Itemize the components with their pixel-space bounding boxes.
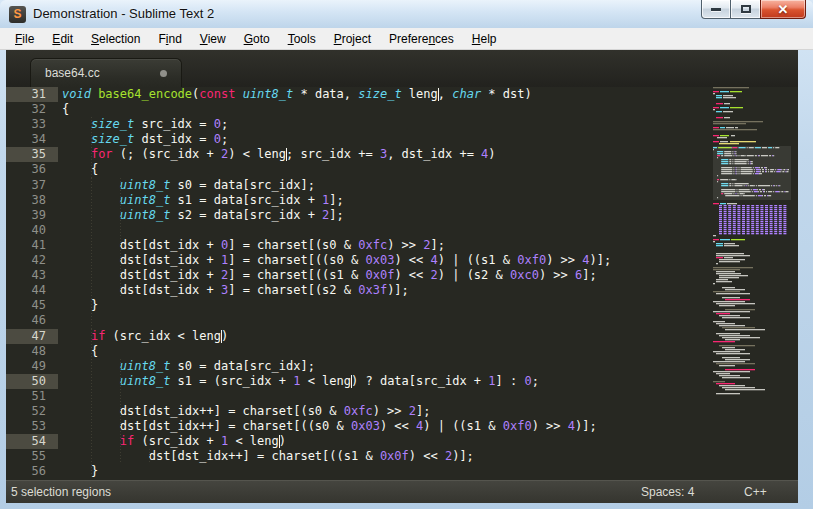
line-number: 51	[6, 389, 58, 404]
editor-window: base64.cc 31void base64_encode(const uin…	[6, 50, 798, 480]
code-line-33: 33 size_t src_idx = 0;	[6, 117, 798, 132]
indent-guide	[120, 223, 121, 238]
code-line-39: 39 uint8_t s2 = data[src_idx + 2];	[6, 208, 798, 223]
code-line-48: 48 {	[6, 344, 798, 359]
indent-guide	[91, 359, 92, 374]
tab-base64[interactable]: base64.cc	[30, 58, 182, 87]
code-text[interactable]: uint8_t s1 = (src_idx + 1 < leng) ? data…	[58, 374, 798, 389]
code-text[interactable]: {	[58, 344, 798, 359]
indent-guide	[149, 449, 150, 464]
line-number: 40	[6, 223, 58, 238]
line-number: 48	[6, 344, 58, 359]
menu-item-find[interactable]: Find	[149, 29, 190, 49]
line-number: 33	[6, 117, 58, 132]
menu-item-view[interactable]: View	[191, 29, 235, 49]
code-line-47: 47 if (src_idx < leng)	[6, 329, 798, 344]
status-message: 5 selection regions	[11, 485, 111, 499]
minimize-button[interactable]	[701, 0, 731, 19]
code-text[interactable]: uint8_t s2 = data[src_idx + 2];	[58, 208, 798, 223]
indent-guide	[120, 193, 121, 208]
indent-guide	[91, 283, 92, 298]
code-text[interactable]: size_t dst_idx = 0;	[58, 132, 798, 147]
maximize-button[interactable]	[731, 0, 760, 19]
code-text[interactable]: if (src_idx + 1 < leng)	[58, 434, 798, 449]
code-line-42: 42 dst[dst_idx + 1] = charset[((s0 & 0x0…	[6, 253, 798, 268]
line-number: 50	[6, 374, 58, 389]
code-text[interactable]	[58, 389, 798, 404]
line-number: 43	[6, 268, 58, 283]
code-text[interactable]: dst[dst_idx + 3] = charset[(s2 & 0x3f)];	[58, 283, 798, 298]
title-bar[interactable]: S Demonstration - Sublime Text 2 ✕	[0, 0, 813, 28]
indent-guide	[91, 313, 92, 328]
menu-item-preferences[interactable]: Preferences	[380, 29, 463, 49]
indent-guide	[91, 298, 92, 313]
indentation-setting[interactable]: Spaces: 4	[641, 485, 694, 499]
indent-guide	[91, 193, 92, 208]
menu-item-help[interactable]: Help	[463, 29, 506, 49]
code-text[interactable]: dst[dst_idx++] = charset[((s1 & 0x0f) <<…	[58, 449, 798, 464]
tab-bar: base64.cc	[6, 50, 798, 87]
code-text[interactable]: dst[dst_idx + 2] = charset[((s1 & 0x0f) …	[58, 268, 798, 283]
syntax-selector[interactable]: C++	[744, 485, 767, 499]
code-text[interactable]	[58, 223, 798, 238]
modified-dot-icon[interactable]	[160, 70, 167, 77]
indent-guide	[91, 117, 92, 132]
indent-guide	[91, 178, 92, 193]
line-number: 49	[6, 359, 58, 374]
code-text[interactable]: dst[dst_idx++] = charset[((s0 & 0x03) <<…	[58, 419, 798, 434]
code-line-50: 50 uint8_t s1 = (src_idx + 1 < leng) ? d…	[6, 374, 798, 389]
line-number: 42	[6, 253, 58, 268]
menu-item-edit[interactable]: Edit	[43, 29, 82, 49]
menu-item-file[interactable]: File	[6, 29, 43, 49]
code-text[interactable]: uint8_t s0 = data[src_idx];	[58, 178, 798, 193]
code-text[interactable]: uint8_t s1 = data[src_idx + 1];	[58, 193, 798, 208]
indent-guide	[91, 162, 92, 177]
indent-guide	[120, 238, 121, 253]
line-number: 52	[6, 404, 58, 419]
minimap[interactable]	[713, 87, 791, 397]
indent-guide	[91, 208, 92, 223]
code-line-32: 32{	[6, 102, 798, 117]
indent-guide	[120, 434, 121, 449]
code-text[interactable]: void base64_encode(const uint8_t * data,…	[58, 87, 798, 102]
code-line-34: 34 size_t dst_idx = 0;	[6, 132, 798, 147]
menu-item-goto[interactable]: Goto	[235, 29, 279, 49]
line-number: 38	[6, 193, 58, 208]
line-number: 44	[6, 283, 58, 298]
menu-item-selection[interactable]: Selection	[82, 29, 149, 49]
indent-guide	[91, 268, 92, 283]
indent-guide	[120, 178, 121, 193]
menu-item-tools[interactable]: Tools	[279, 29, 325, 49]
code-text[interactable]: dst[dst_idx + 1] = charset[((s0 & 0x03) …	[58, 253, 798, 268]
menu-bar: FileEditSelectionFindViewGotoToolsProjec…	[0, 28, 813, 50]
code-text[interactable]: }	[58, 298, 798, 313]
code-text[interactable]: {	[58, 102, 798, 117]
line-number: 31	[6, 87, 58, 102]
window-title: Demonstration - Sublime Text 2	[33, 6, 214, 21]
code-line-52: 52 dst[dst_idx++] = charset[(s0 & 0xfc) …	[6, 404, 798, 419]
menu-item-project[interactable]: Project	[325, 29, 380, 49]
editor-surface[interactable]: 31void base64_encode(const uint8_t * dat…	[6, 87, 798, 480]
code-text[interactable]: if (src_idx < leng)	[58, 329, 798, 344]
indent-guide	[91, 329, 92, 344]
close-button[interactable]: ✕	[760, 0, 806, 19]
code-line-51: 51	[6, 389, 798, 404]
code-text[interactable]: dst[dst_idx + 0] = charset[(s0 & 0xfc) >…	[58, 238, 798, 253]
code-line-44: 44 dst[dst_idx + 3] = charset[(s2 & 0x3f…	[6, 283, 798, 298]
code-text[interactable]: for (; (src_idx + 2) < leng; src_idx += …	[58, 147, 798, 162]
code-text[interactable]: dst[dst_idx++] = charset[(s0 & 0xfc) >> …	[58, 404, 798, 419]
code-text[interactable]: }	[58, 464, 798, 479]
code-text[interactable]: uint8_t s0 = data[src_idx];	[58, 359, 798, 374]
indent-guide	[91, 253, 92, 268]
code-line-54: 54 if (src_idx + 1 < leng)	[6, 434, 798, 449]
code-text[interactable]: size_t src_idx = 0;	[58, 117, 798, 132]
code-line-35: 35 for (; (src_idx + 2) < leng; src_idx …	[6, 147, 798, 162]
indent-guide	[91, 132, 92, 147]
line-number: 32	[6, 102, 58, 117]
code-line-31: 31void base64_encode(const uint8_t * dat…	[6, 87, 798, 102]
code-text[interactable]	[58, 313, 798, 328]
code-text[interactable]: {	[58, 162, 798, 177]
code-line-46: 46	[6, 313, 798, 328]
line-number: 55	[6, 449, 58, 464]
indent-guide	[91, 238, 92, 253]
